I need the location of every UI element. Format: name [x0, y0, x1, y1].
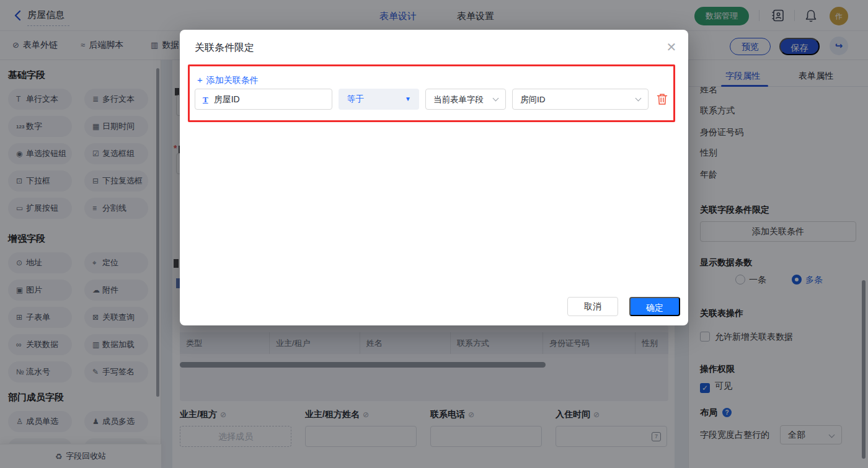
- operator-select[interactable]: 等于▼: [339, 89, 419, 110]
- text-field-icon: T: [203, 95, 208, 104]
- delete-condition-icon[interactable]: [657, 93, 668, 105]
- condition-dialog: 关联条件限定 ✕ +添加关联条件 T房屋ID 等于▼ 当前表单字段 房间ID 取…: [180, 30, 688, 325]
- confirm-button[interactable]: 确定: [629, 297, 680, 316]
- target-field-select[interactable]: 房间ID: [512, 89, 649, 110]
- form-designer-app: 房屋信息 表单设计 表单设置 数据管理 作 ⊘表单外链 ≈后端脚本 ▥数据 预览…: [0, 0, 868, 468]
- dialog-title: 关联条件限定: [195, 42, 254, 55]
- cancel-button[interactable]: 取消: [567, 297, 618, 316]
- add-condition-link[interactable]: +添加关联条件: [197, 74, 259, 86]
- condition-field-input[interactable]: T房屋ID: [195, 89, 332, 110]
- source-type-select[interactable]: 当前表单字段: [425, 89, 506, 110]
- chevron-down-icon: [493, 95, 499, 102]
- caret-down-icon: ▼: [405, 89, 411, 110]
- plus-icon: +: [197, 74, 203, 85]
- chevron-down-icon: [636, 95, 642, 102]
- close-icon[interactable]: ✕: [663, 38, 680, 56]
